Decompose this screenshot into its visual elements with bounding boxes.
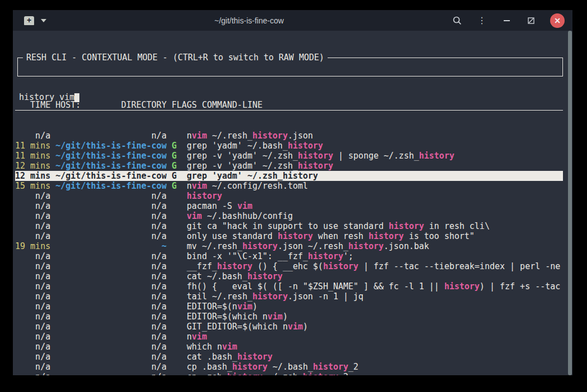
history-row[interactable]: 11 mins ~/git/this-is-fine-cow G grep -v… [15, 151, 563, 161]
history-row[interactable]: n/a n/a history [15, 191, 563, 201]
search-button[interactable] [452, 15, 463, 26]
history-row[interactable]: n/a n/a fh() { eval $( ([ -n "$ZSH_NAME"… [15, 281, 563, 291]
history-row[interactable]: n/a n/a only use standard history when r… [15, 231, 563, 241]
history-row[interactable]: n/a n/a nvim ~/.resh_history.json [15, 131, 563, 141]
search-icon [452, 16, 462, 26]
scrollbar[interactable] [568, 31, 572, 375]
history-row[interactable]: n/a n/a __fzf_history () { __ehc $(histo… [15, 261, 563, 271]
new-tab-button[interactable] [24, 16, 34, 25]
history-row[interactable]: n/a n/a EDITOR=$(which nvim) [15, 312, 563, 322]
history-row[interactable]: n/a n/a nvim [15, 332, 563, 342]
restore-icon [527, 17, 535, 25]
history-row[interactable]: n/a n/a cp .bash_history ~/.bash_history… [15, 362, 563, 372]
text-cursor [74, 93, 79, 102]
resh-query-text: history vim [19, 92, 74, 102]
window-title: ~/git/this-is-fine-cow [46, 16, 452, 25]
minimize-icon [504, 20, 510, 21]
history-table-body: n/a n/a nvim ~/.resh_history.json11 mins… [15, 131, 563, 375]
close-icon: ✕ [554, 16, 561, 25]
history-row[interactable]: n/a n/a cat ~/.bash_history [15, 271, 563, 281]
resh-search-box[interactable]: RESH CLI - CONTEXTUAL MODE - (CTRL+R to … [17, 58, 563, 77]
history-row[interactable]: n/a n/a bind -x '"\C-x1": __fzf_history'… [15, 251, 563, 261]
menu-button[interactable]: ⋮ [476, 15, 487, 26]
history-row[interactable]: 11 mins ~/git/this-is-fine-cow G grep 'y… [15, 141, 563, 151]
kebab-menu-icon: ⋮ [477, 16, 486, 25]
history-row[interactable]: n/a n/a GIT_EDITOR=$(which nvim) [15, 322, 563, 332]
history-row[interactable]: n/a n/a cp .zsh_history ~/.zsh_history_2 [15, 372, 563, 375]
history-row[interactable]: 15 mins ~/git/this-is-fine-cow G nvim ~/… [15, 181, 563, 191]
history-row[interactable]: n/a n/a pacman -S vim [15, 201, 563, 211]
history-row-selected[interactable]: 12 mins ~/git/this-is-fine-cow G grep 'y… [15, 171, 563, 181]
history-row[interactable]: n/a n/a vim ~/.bashhub/config [15, 211, 563, 221]
restore-button[interactable] [526, 15, 537, 26]
history-row[interactable]: n/a n/a git ca "hack in support to use s… [15, 221, 563, 231]
tab-dropdown-button[interactable] [41, 19, 46, 22]
titlebar: ~/git/this-is-fine-cow ⋮ ✕ [13, 10, 572, 31]
history-row[interactable]: n/a n/a tail ~/.resh_history.json -n 1 |… [15, 291, 563, 302]
minimize-button[interactable] [501, 15, 512, 26]
resh-box-title: RESH CLI - CONTEXTUAL MODE - (CTRL+R to … [23, 52, 328, 63]
history-row[interactable]: 12 mins ~/git/this-is-fine-cow G grep -v… [15, 161, 563, 171]
terminal: RESH CLI - CONTEXTUAL MODE - (CTRL+R to … [13, 31, 572, 375]
history-row[interactable]: n/a n/a which nvim [15, 342, 563, 352]
terminal-window: ~/git/this-is-fine-cow ⋮ ✕ [13, 10, 572, 375]
close-button[interactable]: ✕ [550, 13, 565, 28]
history-row[interactable]: n/a n/a EDITOR=$(nvim) [15, 302, 563, 312]
resh-query-input[interactable]: history vim [18, 88, 562, 102]
history-row[interactable]: 19 mins ~ mv ~/.resh_history.json ~/.res… [15, 241, 563, 251]
history-row[interactable]: n/a n/a cat .bash_history [15, 352, 563, 362]
